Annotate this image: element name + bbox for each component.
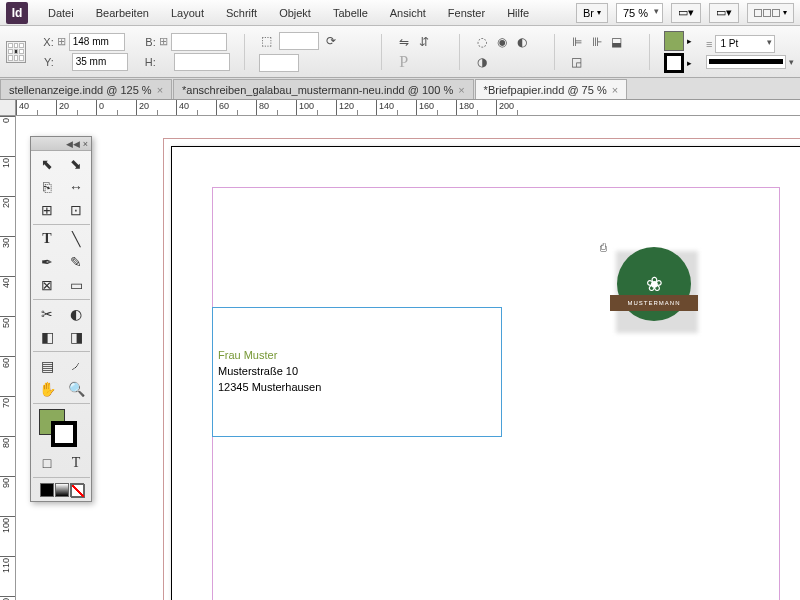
menu-object[interactable]: Objekt (269, 3, 321, 23)
fill-stroke-swatch[interactable] (35, 409, 88, 449)
tab-3[interactable]: *Briefpapier.indd @ 75 %× (475, 79, 628, 99)
tab-2[interactable]: *anschreiben_galabau_mustermann-neu.indd… (173, 79, 474, 99)
zoom-select[interactable]: 75 % (616, 3, 663, 23)
stroke-weight-icon: ≡ (706, 38, 712, 50)
content-collector-tool[interactable]: ⊞ (33, 199, 61, 221)
tab-1-label: stellenanzeige.indd @ 125 % (9, 84, 152, 96)
fill-dropdown-icon[interactable]: ▸ (687, 36, 692, 46)
apply-gradient[interactable] (55, 483, 69, 497)
arrange-icons: ◌ ◉ ◐ ◑ (474, 32, 540, 72)
close-panel-icon[interactable]: × (83, 139, 88, 149)
tab-3-close[interactable]: × (612, 84, 618, 96)
tab-1[interactable]: stellenanzeige.indd @ 125 %× (0, 79, 172, 99)
rectangle-tool[interactable]: ▭ (62, 274, 90, 296)
menu-edit[interactable]: Bearbeiten (86, 3, 159, 23)
menu-file[interactable]: Datei (38, 3, 84, 23)
logo-banner: MUSTERMANN (610, 295, 698, 311)
pencil-tool[interactable]: ✎ (62, 251, 90, 273)
flip-h-icon[interactable]: ⇋ (396, 34, 412, 50)
bridge-button[interactable]: Br▾ (576, 3, 608, 23)
link-xy-icon[interactable]: ⊞ (57, 35, 66, 48)
stroke-weight-field[interactable]: 1 Pt (715, 35, 775, 53)
select-next-icon[interactable]: ◑ (474, 54, 490, 70)
menu-table[interactable]: Tabelle (323, 3, 378, 23)
flip-v-icon[interactable]: ⇵ (416, 34, 432, 50)
collapse-icon[interactable]: ◀◀ (66, 139, 80, 149)
direct-selection-tool[interactable]: ⬊ (62, 153, 90, 175)
menu-bar: Id Datei Bearbeiten Layout Schrift Objek… (0, 0, 800, 26)
menu-help[interactable]: Hilfe (497, 3, 539, 23)
menu-type[interactable]: Schrift (216, 3, 267, 23)
screen-mode-button[interactable]: ▭▾ (709, 3, 739, 23)
h-field[interactable] (174, 53, 230, 71)
tree-icon: ❀ (646, 272, 663, 296)
gradient-feather-tool[interactable]: ◨ (62, 326, 90, 348)
tools-panel-header[interactable]: ◀◀× (31, 137, 91, 151)
flip-icons: ⇋ ⇵ P (396, 32, 445, 72)
link-wh-icon[interactable]: ⊞ (159, 35, 168, 48)
stroke-style-select[interactable] (706, 55, 786, 69)
gap-tool[interactable]: ↔ (62, 176, 90, 198)
page-tool[interactable]: ⎘ (33, 176, 61, 198)
address-line2: 12345 Musterhausen (218, 379, 321, 395)
view-options-button[interactable]: ▭▾ (671, 3, 701, 23)
stroke-dropdown-icon[interactable]: ▸ (687, 58, 692, 68)
page[interactable]: Frau Muster Musterstraße 10 12345 Muster… (171, 146, 800, 600)
format-text-tool[interactable]: T (62, 452, 90, 474)
y-field[interactable]: 35 mm (72, 53, 128, 71)
free-transform-tool[interactable]: ◐ (62, 303, 90, 325)
tab-1-close[interactable]: × (157, 84, 163, 96)
tools-panel[interactable]: ◀◀× ⬉ ⬊ ⎘ ↔ ⊞ ⊡ T ╲ ✒ ✎ ⊠ ▭ ✂ ◐ ◧ ◨ ▤ ⟋ … (30, 136, 92, 502)
rotate-icon[interactable]: ⟳ (323, 33, 339, 49)
type-tool[interactable]: T (33, 228, 61, 250)
selection-tool[interactable]: ⬉ (33, 153, 61, 175)
pen-tool[interactable]: ✒ (33, 251, 61, 273)
address-line1: Musterstraße 10 (218, 363, 321, 379)
line-tool[interactable]: ╲ (62, 228, 90, 250)
apply-color[interactable] (40, 483, 54, 497)
format-container-tool[interactable]: □ (33, 452, 61, 474)
corner-icon[interactable]: ◲ (569, 54, 585, 70)
wrap-icon[interactable]: ⬓ (609, 34, 625, 50)
rotate-field[interactable] (259, 54, 299, 72)
pasteboard[interactable]: Frau Muster Musterstraße 10 12345 Muster… (16, 116, 800, 600)
x-field[interactable]: 148 mm (69, 33, 125, 51)
stroke-color-well[interactable] (664, 53, 684, 73)
fill-color-well[interactable] (664, 31, 684, 51)
gradient-swatch-tool[interactable]: ◧ (33, 326, 61, 348)
menu-layout[interactable]: Layout (161, 3, 214, 23)
ruler-origin[interactable] (0, 100, 16, 116)
transform-icons: ⬚ ⟳ (259, 32, 367, 72)
document-tabs: stellenanzeige.indd @ 125 %× *anschreibe… (0, 78, 800, 100)
rectangle-frame-tool[interactable]: ⊠ (33, 274, 61, 296)
distribute-icons: ⊫ ⊪ ⬓ ◲ (569, 32, 635, 72)
content-placer-tool[interactable]: ⊡ (62, 199, 90, 221)
select-prev-icon[interactable]: ◐ (514, 34, 530, 50)
note-tool[interactable]: ▤ (33, 355, 61, 377)
hand-tool[interactable]: ✋ (33, 378, 61, 400)
align-icon[interactable]: ⊫ (569, 34, 585, 50)
scissors-tool[interactable]: ✂ (33, 303, 61, 325)
logo-frame[interactable]: ❀ MUSTERMANN (612, 247, 702, 337)
ruler-vertical[interactable]: 0102030405060708090100110120130140 (0, 116, 16, 600)
apply-none[interactable] (70, 483, 84, 497)
w-field[interactable] (171, 33, 227, 51)
zoom-tool[interactable]: 🔍 (62, 378, 90, 400)
reference-point[interactable] (6, 41, 26, 63)
stroke-swatch[interactable] (51, 421, 77, 447)
scale-x-field[interactable] (279, 32, 319, 50)
address-name: Frau Muster (218, 347, 321, 363)
p-icon[interactable]: P (396, 54, 412, 70)
select-container-icon[interactable]: ◌ (474, 34, 490, 50)
x-label: X: (40, 36, 54, 48)
eyedropper-tool[interactable]: ⟋ (62, 355, 90, 377)
menu-view[interactable]: Ansicht (380, 3, 436, 23)
tab-2-close[interactable]: × (458, 84, 464, 96)
arrange-icon (754, 9, 780, 17)
ruler-horizontal[interactable]: 604020020406080100120140160180200 (16, 100, 800, 116)
menu-window[interactable]: Fenster (438, 3, 495, 23)
scale-x-icon[interactable]: ⬚ (259, 33, 275, 49)
arrange-button[interactable]: ▾ (747, 3, 794, 23)
distribute-icon[interactable]: ⊪ (589, 34, 605, 50)
select-content-icon[interactable]: ◉ (494, 34, 510, 50)
